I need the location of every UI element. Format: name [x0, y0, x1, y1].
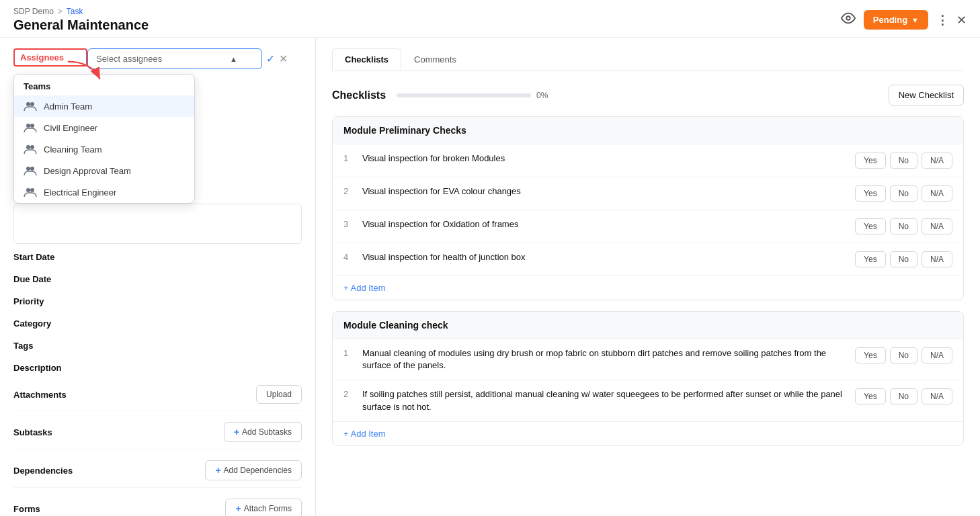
subtasks-label: Subtasks	[13, 427, 52, 437]
header-right: Pending ▼ ⋮ ✕	[841, 10, 967, 30]
dropdown-scroll[interactable]: Admin Team Civil En	[14, 95, 194, 203]
yes-button[interactable]: Yes	[855, 388, 886, 404]
section-header-cleaning: Module Cleaning check	[333, 312, 963, 339]
assignees-row: Assignees Select assignees ▲ ✓ ✕	[13, 48, 302, 69]
svg-point-3	[26, 124, 30, 128]
na-button[interactable]: N/A	[922, 153, 952, 169]
dropdown-item-cleaning-team[interactable]: Cleaning Team	[14, 138, 194, 160]
due-date-row: Due Date	[13, 274, 302, 284]
dropdown-item-label: Civil Engineer	[44, 123, 97, 133]
eye-icon[interactable]	[841, 11, 856, 29]
upload-button[interactable]: Upload	[256, 385, 302, 404]
dependencies-section: Dependencies + Add Dependencies	[13, 460, 302, 488]
team-icon	[24, 144, 37, 155]
chevron-down-icon: ▼	[911, 16, 919, 24]
team-icon	[24, 187, 37, 198]
dropdown-item-civil-engineer[interactable]: Civil Engineer	[14, 117, 194, 138]
section-header-preliminary: Module Preliminary Checks	[333, 117, 963, 144]
dependencies-label: Dependencies	[13, 466, 73, 476]
na-button[interactable]: N/A	[922, 218, 952, 234]
add-dependencies-label: Add Dependencies	[224, 466, 292, 475]
forms-label: Forms	[13, 504, 40, 514]
item-text: Visual inspection for EVA colour changes	[362, 185, 847, 198]
app-container: SDP Demo > Task General Maintenance Pend…	[0, 0, 980, 516]
item-actions: Yes No N/A	[855, 218, 952, 234]
cancel-icon[interactable]: ✕	[279, 52, 288, 65]
team-icon	[24, 101, 37, 112]
item-num: 2	[343, 185, 354, 196]
dropdown-item-label: Admin Team	[44, 101, 92, 112]
svg-point-7	[26, 167, 30, 171]
add-dependencies-button[interactable]: + Add Dependencies	[205, 460, 302, 480]
dropdown-item-electrical-engineer[interactable]: Electrical Engineer	[14, 181, 194, 203]
confirm-icon[interactable]: ✓	[266, 52, 275, 65]
item-text: Visual inspection for broken Modules	[362, 153, 847, 165]
dropdown-item-design-approval[interactable]: Design Approval Team	[14, 160, 194, 181]
left-panel: Assignees Select assignees ▲ ✓ ✕	[0, 38, 316, 516]
svg-point-4	[30, 124, 34, 128]
no-button[interactable]: No	[890, 251, 917, 267]
checklist-item: 1 Manual cleaning of modules using dry b…	[333, 339, 963, 380]
no-button[interactable]: No	[890, 153, 917, 169]
more-options-icon[interactable]: ⋮	[936, 13, 948, 28]
no-button[interactable]: No	[890, 388, 917, 404]
select-chevron-icon: ▲	[230, 55, 237, 63]
checklist-section-preliminary: Module Preliminary Checks 1 Visual inspe…	[332, 116, 964, 300]
add-item-preliminary[interactable]: + Add Item	[333, 275, 963, 300]
attachments-label: Attachments	[13, 390, 67, 400]
na-button[interactable]: N/A	[922, 251, 952, 267]
new-checklist-button[interactable]: New Checklist	[889, 85, 964, 105]
attachments-section: Attachments Upload	[13, 385, 302, 411]
select-wrapper: Select assignees ▲ ✓ ✕	[87, 48, 302, 69]
pending-button[interactable]: Pending ▼	[864, 10, 928, 30]
dropdown-item-label: Electrical Engineer	[44, 187, 116, 198]
yes-button[interactable]: Yes	[855, 218, 886, 234]
select-placeholder: Select assignees	[96, 54, 162, 64]
attach-forms-button[interactable]: + Attach Forms	[225, 499, 302, 516]
start-date-row: Start Date	[13, 252, 302, 262]
na-button[interactable]: N/A	[922, 185, 952, 202]
item-text: If soiling patches still persist, additi…	[362, 388, 847, 413]
progress-bar	[397, 93, 531, 97]
progress-bar-wrap: 0%	[397, 91, 548, 100]
svg-point-5	[26, 145, 30, 149]
no-button[interactable]: No	[890, 185, 917, 202]
yes-button[interactable]: Yes	[855, 153, 886, 169]
na-button[interactable]: N/A	[922, 388, 952, 404]
svg-point-6	[30, 145, 34, 149]
yes-button[interactable]: Yes	[855, 185, 886, 202]
svg-point-8	[30, 167, 34, 171]
breadcrumb: SDP Demo > Task	[13, 7, 149, 16]
plus-icon: +	[235, 503, 241, 514]
no-button[interactable]: No	[890, 347, 917, 363]
item-num: 3	[343, 218, 354, 229]
main-layout: Assignees Select assignees ▲ ✓ ✕	[0, 38, 980, 516]
yes-button[interactable]: Yes	[855, 251, 886, 267]
item-text: Visual inspection for Oxidation of frame…	[362, 218, 847, 230]
dropdown-item-admin-team[interactable]: Admin Team	[14, 95, 194, 117]
breadcrumb-current[interactable]: Task	[67, 7, 83, 16]
assignees-select[interactable]: Select assignees ▲	[87, 48, 262, 69]
add-item-cleaning[interactable]: + Add Item	[333, 421, 963, 445]
yes-button[interactable]: Yes	[855, 347, 886, 363]
description-box[interactable]	[13, 204, 302, 244]
assignees-content: Select assignees ▲ ✓ ✕ Teams	[87, 48, 302, 69]
no-button[interactable]: No	[890, 218, 917, 234]
dropdown-item-label: Cleaning Team	[44, 144, 101, 155]
item-text: Manual cleaning of modules using dry bru…	[362, 347, 847, 372]
add-subtasks-button[interactable]: + Add Subtasks	[224, 422, 302, 442]
plus-icon: +	[215, 465, 220, 476]
close-icon[interactable]: ✕	[956, 13, 967, 28]
team-icon	[24, 165, 37, 176]
progress-pct: 0%	[536, 91, 548, 100]
na-button[interactable]: N/A	[922, 347, 952, 363]
svg-point-1	[26, 102, 30, 106]
item-actions: Yes No N/A	[855, 185, 952, 202]
tab-comments[interactable]: Comments	[401, 48, 469, 71]
select-actions: ✓ ✕	[266, 52, 288, 65]
plus-icon: +	[234, 427, 239, 437]
checklist-item: 2 Visual inspection for EVA colour chang…	[333, 177, 963, 210]
breadcrumb-root[interactable]: SDP Demo	[13, 7, 54, 16]
item-num: 1	[343, 153, 354, 163]
tab-checklists[interactable]: Checklists	[332, 48, 401, 71]
